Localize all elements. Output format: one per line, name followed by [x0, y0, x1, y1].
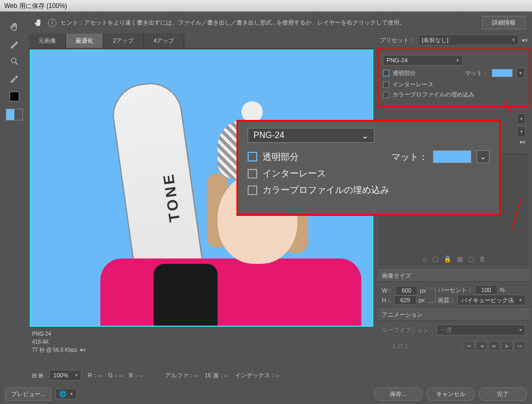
- info-format: PNG-24: [32, 330, 371, 338]
- callout-transparency-checkbox[interactable]: [248, 152, 257, 161]
- matte-select[interactable]: ▾: [516, 68, 525, 78]
- embed-profile-label: カラープロファイルの埋め込み: [392, 91, 474, 99]
- ct-lock-icon[interactable]: 🔒: [444, 255, 452, 263]
- slice-tool-icon[interactable]: [7, 37, 21, 51]
- callout-embed-checkbox[interactable]: [248, 185, 257, 195]
- tab-optimized[interactable]: 最適化: [66, 34, 103, 48]
- callout-transparency-label: 透明部分: [263, 151, 299, 163]
- preview-column: 元画像 最適化 2アップ 4アップ TONE: [29, 34, 374, 402]
- preset-select[interactable]: [名前なし]▾: [418, 35, 519, 45]
- callout-interlaced-checkbox[interactable]: [248, 169, 257, 179]
- flyout-menu-icon[interactable]: ▾≡: [522, 37, 528, 43]
- extra-select-2[interactable]: ▾: [517, 126, 526, 137]
- animation-controls: 1 の 1 ⏮ ◀ ▶ ▶ ⏭: [378, 339, 530, 353]
- ct-diamond-icon[interactable]: ◇: [422, 255, 427, 263]
- magnified-callout: PNG-24⌄ 透明部分 マット： ⌄ インターレース カラープロファイルの埋め…: [236, 120, 501, 216]
- preview-button[interactable]: プレビュー...: [5, 387, 51, 401]
- callout-embed-label: カラープロファイルの埋め込み: [263, 184, 389, 196]
- footer: プレビュー... 🌐▾ 保存... キャンセル 完了: [5, 387, 527, 401]
- image-size-header: 画像サイズ: [378, 270, 530, 282]
- transparency-checkbox[interactable]: [383, 70, 389, 76]
- height-input[interactable]: [394, 295, 416, 305]
- next-frame-button: ▶: [501, 341, 513, 351]
- callout-format-select[interactable]: PNG-24⌄: [248, 128, 374, 143]
- zoom-tool-icon[interactable]: [7, 54, 21, 68]
- done-button[interactable]: 完了: [479, 387, 527, 401]
- quality-label: 画質：: [438, 296, 455, 304]
- hand-tool-icon[interactable]: [7, 20, 21, 34]
- prev-frame-button: ◀: [476, 341, 487, 351]
- tab-2up[interactable]: 2アップ: [103, 34, 144, 48]
- foreground-color-swatch[interactable]: [10, 92, 19, 101]
- status-g: G：--: [108, 371, 122, 379]
- transparency-label: 透明部分: [392, 69, 416, 77]
- percent-input[interactable]: [475, 285, 497, 295]
- hint-text: ヒント：アセットをより速く書き出すには、ファイル／書き出し／書き出し形式...を…: [61, 19, 405, 27]
- ct-grid-icon[interactable]: ▦: [457, 255, 463, 263]
- status-bar: ⊟ ⊞ 100%▾ R：-- G：-- B：-- アルファ：-- 16 進：--…: [28, 368, 374, 383]
- matte-label: マット：: [465, 69, 488, 77]
- eyedropper-tool-icon[interactable]: [7, 71, 21, 85]
- callout-matte-select[interactable]: ⌄: [477, 150, 489, 163]
- browser-select[interactable]: 🌐▾: [55, 389, 77, 399]
- status-hex: 16 進：--: [204, 371, 228, 379]
- svg-point-0: [11, 58, 16, 63]
- ct-new-icon[interactable]: ▢: [468, 255, 474, 263]
- embed-profile-checkbox[interactable]: [383, 92, 389, 98]
- tab-original[interactable]: 元画像: [29, 34, 66, 48]
- status-alpha: アルファ：--: [165, 371, 198, 379]
- ct-trash-icon[interactable]: 🗑: [479, 255, 486, 263]
- cancel-button[interactable]: キャンセル: [427, 387, 474, 401]
- loop-label: ループオプション：: [382, 326, 435, 334]
- percent-label: パーセント：: [438, 286, 473, 294]
- hint-bar: i ヒント：アセットをより速く書き出すには、ファイル／書き出し／書き出し形式..…: [29, 14, 530, 31]
- w-label: W：: [382, 287, 393, 295]
- first-frame-button: ⏮: [463, 341, 474, 351]
- hand-icon: [33, 18, 44, 28]
- last-frame-button: ⏭: [514, 341, 526, 351]
- quality-select[interactable]: バイキュービック法▾: [457, 295, 526, 305]
- h-label: H：: [382, 296, 392, 304]
- save-button[interactable]: 保存...: [374, 387, 422, 401]
- collapse-icon[interactable]: ⊟ ⊞: [32, 372, 43, 379]
- matte-swatch[interactable]: [492, 69, 513, 77]
- info-size: 418.4K: [32, 338, 371, 346]
- extra-select-1[interactable]: ▾: [517, 114, 526, 124]
- tab-4up[interactable]: 4アップ: [144, 34, 184, 48]
- toggle-swatch[interactable]: [6, 109, 23, 120]
- width-input[interactable]: [395, 286, 418, 295]
- ct-square-icon[interactable]: ▢: [432, 255, 438, 263]
- interlaced-checkbox[interactable]: [383, 82, 389, 88]
- left-toolbar: [2, 14, 27, 402]
- info-time: 77 秒 @ 56.6 Kbps: [32, 347, 77, 353]
- preview-info: PNG-24 418.4K 77 秒 @ 56.6 Kbps ▾≡: [30, 327, 373, 357]
- animation-header: アニメーション: [378, 309, 530, 321]
- callout-interlaced-label: インターレース: [263, 167, 326, 180]
- info-icon: i: [48, 19, 56, 27]
- preview-frame: TONE PNG-24 418.4K 77 秒 @ 56.6 Kbps ▾≡: [29, 49, 374, 402]
- preview-tabs: 元画像 最適化 2アップ 4アップ: [29, 34, 374, 49]
- status-index: インデックス：--: [235, 371, 280, 379]
- preset-row: プリセット： [名前なし]▾ ▾≡: [378, 34, 530, 46]
- loop-select: 一度▾: [437, 325, 526, 335]
- callout-matte-swatch[interactable]: [433, 150, 471, 163]
- content-row: 元画像 最適化 2アップ 4アップ TONE: [29, 34, 530, 402]
- preset-label: プリセット：: [380, 36, 415, 44]
- zoom-select[interactable]: 100%▾: [50, 370, 81, 381]
- status-b: B：--: [129, 371, 143, 379]
- play-button: ▶: [488, 341, 500, 351]
- format-settings-box: PNG-24▾ 透明部分 マット： ▾ インターレース: [378, 49, 530, 107]
- status-r: R：--: [88, 371, 102, 379]
- callout-matte-label: マット：: [391, 151, 428, 163]
- color-table-menu-icon[interactable]: ▾≡: [520, 139, 526, 145]
- interlaced-label: インターレース: [392, 80, 433, 88]
- format-select[interactable]: PNG-24▾: [383, 55, 463, 66]
- settings-column: プリセット： [名前なし]▾ ▾≡ PNG-24▾ 透明部分 マット： ▾: [378, 34, 530, 402]
- link-dimensions-icon[interactable]: [428, 288, 436, 303]
- frame-info: 1 の 1: [392, 342, 408, 350]
- details-button[interactable]: 詳細情報: [482, 16, 526, 29]
- color-table-toolbar: ◇ ▢ 🔒 ▦ ▢ 🗑: [422, 255, 486, 263]
- window-titlebar: Web 用に保存 (100%): [0, 0, 532, 12]
